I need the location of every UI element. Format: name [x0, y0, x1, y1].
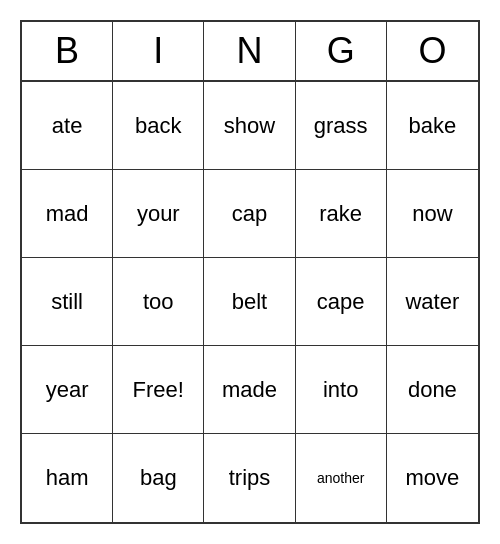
- bingo-cell-r4-c1: bag: [113, 434, 204, 522]
- bingo-cell-r0-c2: show: [204, 82, 295, 170]
- bingo-cell-r1-c0: mad: [22, 170, 113, 258]
- bingo-cell-r3-c3: into: [296, 346, 387, 434]
- bingo-cell-r1-c3: rake: [296, 170, 387, 258]
- bingo-cell-r2-c2: belt: [204, 258, 295, 346]
- header-letter-B: B: [22, 22, 113, 80]
- bingo-cell-r4-c2: trips: [204, 434, 295, 522]
- bingo-cell-r2-c4: water: [387, 258, 478, 346]
- bingo-cell-r0-c4: bake: [387, 82, 478, 170]
- header-letter-G: G: [296, 22, 387, 80]
- bingo-cell-r2-c0: still: [22, 258, 113, 346]
- bingo-cell-r1-c4: now: [387, 170, 478, 258]
- bingo-cell-r4-c4: move: [387, 434, 478, 522]
- bingo-cell-r3-c0: year: [22, 346, 113, 434]
- bingo-cell-r0-c3: grass: [296, 82, 387, 170]
- bingo-grid: atebackshowgrassbakemadyourcaprakenowsti…: [22, 82, 478, 522]
- header-letter-I: I: [113, 22, 204, 80]
- bingo-cell-r4-c0: ham: [22, 434, 113, 522]
- bingo-cell-r3-c1: Free!: [113, 346, 204, 434]
- bingo-card: BINGO atebackshowgrassbakemadyourcaprake…: [20, 20, 480, 524]
- header-letter-N: N: [204, 22, 295, 80]
- bingo-cell-r0-c1: back: [113, 82, 204, 170]
- bingo-cell-r2-c1: too: [113, 258, 204, 346]
- bingo-cell-r3-c4: done: [387, 346, 478, 434]
- bingo-header: BINGO: [22, 22, 478, 82]
- bingo-cell-r1-c1: your: [113, 170, 204, 258]
- bingo-cell-r3-c2: made: [204, 346, 295, 434]
- bingo-cell-r4-c3: another: [296, 434, 387, 522]
- bingo-cell-r1-c2: cap: [204, 170, 295, 258]
- bingo-cell-r2-c3: cape: [296, 258, 387, 346]
- bingo-cell-r0-c0: ate: [22, 82, 113, 170]
- header-letter-O: O: [387, 22, 478, 80]
